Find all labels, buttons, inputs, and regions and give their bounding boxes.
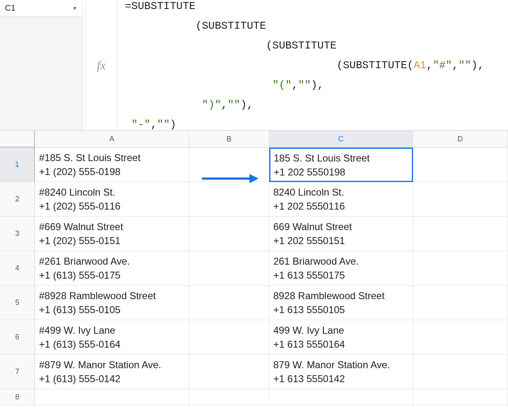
cell-C2[interactable]: 8240 Lincoln St. +1 202 5550116 (269, 182, 413, 217)
cell-B2[interactable] (189, 182, 269, 217)
table-row: 5 #8928 Ramblewood Street +1 (613) 555-0… (0, 286, 508, 320)
row-header-7[interactable]: 7 (0, 355, 35, 389)
spreadsheet-grid: A B C D 1 #185 S. St Louis Street +1 (20… (0, 131, 508, 406)
name-box-area: C1 ▼ (0, 0, 82, 130)
cell-B5[interactable] (189, 286, 269, 320)
cell-B8[interactable] (189, 389, 269, 406)
cell-A6[interactable]: #499 W. Ivy Lane +1 (613) 555-0164 (35, 320, 189, 355)
row-header-3[interactable]: 3 (0, 217, 35, 251)
row-header-5[interactable]: 5 (0, 286, 35, 320)
cell-B4[interactable] (189, 251, 269, 286)
cell-A5[interactable]: #8928 Ramblewood Street +1 (613) 555-010… (35, 286, 189, 320)
cell-B3[interactable] (189, 217, 269, 251)
column-header-A[interactable]: A (35, 131, 189, 148)
cell-D4[interactable] (413, 251, 508, 286)
fx-area: fx =SUBSTITUTE (SUBSTITUTE (SUBSTITUTE (… (85, 0, 508, 130)
formula-bar-area: C1 ▼ fx =SUBSTITUTE (SUBSTITUTE (SUBSTIT… (0, 0, 508, 131)
formula-text: =SUBSTITUTE (SUBSTITUTE (SUBSTITUTE (SUB… (125, 0, 484, 131)
cell-A3[interactable]: #669 Walnut Street +1 (202) 555-0151 (35, 217, 189, 251)
name-box-dropdown-icon[interactable]: ▼ (72, 5, 77, 11)
cell-A8[interactable] (35, 389, 189, 406)
row-header-4[interactable]: 4 (0, 251, 35, 286)
cell-C3[interactable]: 669 Walnut Street +1 202 5550151 (269, 217, 413, 251)
data-rows: 1 #185 S. St Louis Street +1 (202) 555-0… (0, 148, 508, 406)
table-row: 6 #499 W. Ivy Lane +1 (613) 555-0164 499… (0, 320, 508, 355)
cell-B1[interactable] (189, 148, 269, 182)
cell-B7[interactable] (189, 355, 269, 389)
cell-C7[interactable]: 879 W. Manor Station Ave. +1 613 5550142 (269, 355, 413, 389)
name-box-filler (0, 16, 82, 130)
cell-A2[interactable]: #8240 Lincoln St. +1 (202) 555-0116 (35, 182, 189, 217)
cell-A7[interactable]: #879 W. Manor Station Ave. +1 (613) 555-… (35, 355, 189, 389)
row-header-2[interactable]: 2 (0, 182, 35, 217)
cell-A1[interactable]: #185 S. St Louis Street +1 (202) 555-019… (35, 148, 189, 182)
row-header-8[interactable]: 8 (0, 389, 35, 406)
cell-A4[interactable]: #261 Briarwood Ave. +1 (613) 555-0175 (35, 251, 189, 286)
table-row: 1 #185 S. St Louis Street +1 (202) 555-0… (0, 148, 508, 182)
table-row: 7 #879 W. Manor Station Ave. +1 (613) 55… (0, 355, 508, 389)
cell-C5[interactable]: 8928 Ramblewood Street +1 613 5550105 (269, 286, 413, 320)
cell-C1[interactable]: 185 S. St Louis Street +1 202 5550198 (269, 148, 413, 182)
row-header-1[interactable]: 1 (0, 148, 35, 182)
formula-bar[interactable]: =SUBSTITUTE (SUBSTITUTE (SUBSTITUTE (SUB… (118, 0, 508, 139)
name-box-value: C1 (5, 3, 16, 13)
row-header-6[interactable]: 6 (0, 320, 35, 355)
table-row: 2 #8240 Lincoln St. +1 (202) 555-0116 82… (0, 182, 508, 217)
name-box[interactable]: C1 ▼ (0, 0, 82, 16)
cell-B6[interactable] (189, 320, 269, 355)
cell-D5[interactable] (413, 286, 508, 320)
cell-C6[interactable]: 499 W. Ivy Lane +1 613 5550164 (269, 320, 413, 355)
cell-D2[interactable] (413, 182, 508, 217)
select-all-corner[interactable] (0, 131, 35, 148)
cell-D1[interactable] (413, 148, 508, 182)
column-header-D[interactable]: D (413, 131, 508, 148)
table-row: 3 #669 Walnut Street +1 (202) 555-0151 6… (0, 217, 508, 251)
cell-D7[interactable] (413, 355, 508, 389)
cell-D6[interactable] (413, 320, 508, 355)
column-header-B[interactable]: B (189, 131, 269, 148)
cell-D3[interactable] (413, 217, 508, 251)
cell-C4[interactable]: 261 Briarwood Ave. +1 613 5550175 (269, 251, 413, 286)
table-row: 8 (0, 389, 508, 406)
fx-icon: fx (85, 0, 118, 130)
column-headers: A B C D (0, 131, 508, 148)
column-header-C[interactable]: C (269, 131, 413, 148)
divider (82, 0, 85, 130)
cell-C8[interactable] (269, 389, 413, 406)
table-row: 4 #261 Briarwood Ave. +1 (613) 555-0175 … (0, 251, 508, 286)
cell-D8[interactable] (413, 389, 508, 406)
